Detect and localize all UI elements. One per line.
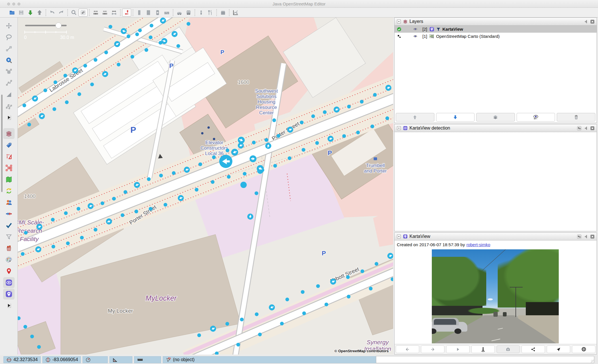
kartaview-image-marker[interactable] xyxy=(226,148,229,152)
toggle-map-paint[interactable] xyxy=(3,174,15,185)
next-photo-button[interactable] xyxy=(421,345,444,353)
preferences-button[interactable] xyxy=(79,9,88,17)
move-layer-down-button[interactable] xyxy=(436,113,475,122)
kartaview-image-marker[interactable] xyxy=(316,284,320,288)
kartaview-image-marker[interactable] xyxy=(135,32,139,36)
kartaview-image-marker[interactable] xyxy=(83,64,87,68)
bus-button[interactable] xyxy=(184,9,193,17)
kartaview-image-marker[interactable] xyxy=(90,83,94,86)
kartaview-image-marker[interactable] xyxy=(285,298,289,301)
panel-settings-icon[interactable] xyxy=(577,126,582,131)
tool-improve-accuracy[interactable] xyxy=(3,78,15,89)
kartaview-image-marker[interactable] xyxy=(54,80,57,84)
kartaview-image-marker[interactable] xyxy=(325,303,328,306)
kartaview-image-marker[interactable] xyxy=(147,177,151,181)
pavement-button[interactable] xyxy=(162,9,171,17)
latitude-chip[interactable]: 42.3273534 xyxy=(3,356,41,363)
lane-button[interactable] xyxy=(135,9,144,17)
tool-lasso[interactable] xyxy=(3,32,15,43)
toggle-expand-more[interactable] xyxy=(3,300,15,311)
kartaview-image-marker[interactable] xyxy=(138,28,142,32)
stick-panel-icon[interactable] xyxy=(583,234,588,239)
kartaview-image-marker[interactable] xyxy=(21,252,25,256)
kartaview-image-marker[interactable] xyxy=(63,74,67,77)
kartaview-image-marker[interactable] xyxy=(23,325,27,329)
kartaview-image-marker[interactable] xyxy=(311,114,315,118)
kartaview-image-marker[interactable] xyxy=(302,148,305,152)
kartaview-image-marker[interactable] xyxy=(149,207,152,211)
previous-photo-button[interactable] xyxy=(396,345,419,353)
kartaview-image-marker[interactable] xyxy=(315,141,319,145)
kartaview-image-marker[interactable] xyxy=(356,131,360,134)
kartaview-image-marker[interactable] xyxy=(77,207,80,211)
kartaview-image-marker[interactable] xyxy=(254,191,258,195)
kartaview-image-marker[interactable] xyxy=(272,118,276,122)
kartaview-image-marker[interactable] xyxy=(197,333,201,337)
search-button[interactable] xyxy=(69,9,79,17)
kartaview-image-marker[interactable] xyxy=(273,164,277,168)
kartaview-image-marker[interactable] xyxy=(104,50,108,54)
kartaview-image-marker[interactable] xyxy=(264,138,268,142)
angle-chip[interactable] xyxy=(109,356,132,363)
kartaview-image-marker[interactable] xyxy=(212,155,216,159)
kartaview-image-marker[interactable] xyxy=(360,100,364,103)
play-sequence-button[interactable] xyxy=(446,345,470,353)
kartaview-image-marker[interactable] xyxy=(236,343,240,347)
entrance-node[interactable] xyxy=(201,132,203,134)
open-button[interactable] xyxy=(7,9,17,17)
kartaview-image-marker[interactable] xyxy=(187,22,190,26)
toggle-validator-check[interactable] xyxy=(3,220,15,231)
kartaview-image-marker[interactable] xyxy=(37,345,41,349)
kartaview-image-marker[interactable] xyxy=(252,141,256,144)
kartaview-image-marker[interactable] xyxy=(243,172,246,176)
open-in-web-button[interactable] xyxy=(572,345,595,353)
toggle-filter[interactable] xyxy=(3,231,15,242)
tool-zoom[interactable] xyxy=(3,55,15,66)
save-button[interactable] xyxy=(17,9,26,17)
tool-extrude[interactable] xyxy=(3,89,15,100)
chart-button[interactable] xyxy=(231,9,240,17)
castle-button[interactable] xyxy=(218,9,228,17)
kartaview-image-marker[interactable] xyxy=(149,36,152,39)
toggle-kartaview[interactable] xyxy=(3,289,15,300)
kartaview-image-marker[interactable] xyxy=(22,103,26,107)
tool-parallel[interactable] xyxy=(3,101,15,111)
kartaview-image-marker[interactable] xyxy=(346,275,350,279)
command-text-field[interactable] xyxy=(376,356,594,363)
kartaview-image-marker[interactable] xyxy=(370,125,374,128)
kartaview-image-marker[interactable] xyxy=(280,322,284,326)
align-nodes-button[interactable] xyxy=(100,9,109,17)
car-button[interactable] xyxy=(175,9,184,17)
stick-panel-icon[interactable] xyxy=(583,126,588,131)
kartaview-image-marker[interactable] xyxy=(211,180,215,184)
visibility-eye-icon[interactable] xyxy=(413,34,418,38)
kartaview-image-marker[interactable] xyxy=(199,163,202,166)
kartaview-image-marker[interactable] xyxy=(360,269,364,273)
kartaview-image-marker[interactable] xyxy=(375,262,378,266)
camera-button[interactable] xyxy=(497,345,520,353)
kartaview-image-marker[interactable] xyxy=(219,155,232,168)
kartaview-image-marker[interactable] xyxy=(94,228,97,232)
kartaview-image-marker[interactable] xyxy=(101,201,104,205)
toggle-changesets[interactable] xyxy=(3,243,15,254)
kartaview-image-marker[interactable] xyxy=(27,123,31,126)
map-canvas[interactable]: Labrosse StreetPorter StreetPorter Stree… xyxy=(18,17,393,355)
heading-chip[interactable] xyxy=(83,356,108,363)
close-panel-icon[interactable] xyxy=(590,19,595,24)
download-button[interactable] xyxy=(26,9,35,17)
kartaview-image-marker[interactable] xyxy=(65,100,69,104)
sidebar-scroll-indicator[interactable] xyxy=(1,95,3,192)
stick-panel-icon[interactable] xyxy=(583,19,588,24)
resize-grip[interactable] xyxy=(591,360,594,363)
photo-viewer[interactable] xyxy=(395,248,597,344)
layer-opacity-button[interactable] xyxy=(517,113,555,122)
toggle-validator-errors[interactable] xyxy=(3,151,15,162)
kartaview-image-marker[interactable] xyxy=(130,55,134,58)
delete-layer-button[interactable] xyxy=(557,113,595,122)
kartaview-image-marker[interactable] xyxy=(109,25,112,29)
tool-delete[interactable] xyxy=(3,66,15,77)
kartaview-image-marker[interactable] xyxy=(80,236,84,240)
kartaview-image-marker[interactable] xyxy=(240,318,244,321)
navigate-button[interactable] xyxy=(547,345,570,353)
kartaview-image-marker[interactable] xyxy=(347,295,350,298)
